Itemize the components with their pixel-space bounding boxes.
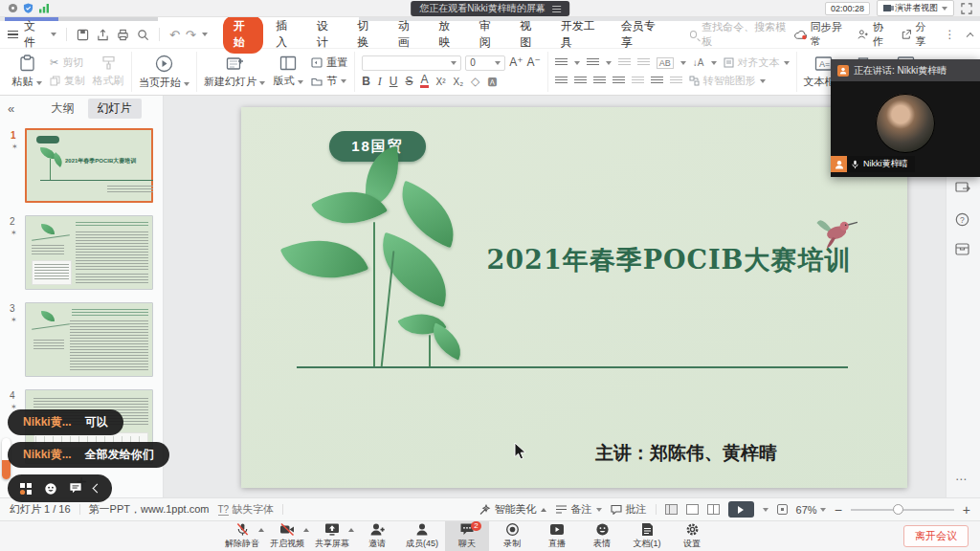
search-command-box[interactable]: 查找命令、搜索模板 [690,20,789,49]
apps-grid-icon[interactable] [19,482,33,496]
save-icon[interactable] [77,29,89,41]
speaker-video-area[interactable]: Nikki黄梓晴 [831,81,980,177]
justify-icon[interactable] [612,77,625,85]
align-text-button[interactable]: 对齐文本 [724,55,790,70]
collapse-ribbon-icon[interactable] [966,32,973,39]
more-menu-icon[interactable]: ⋮ [945,28,957,41]
screen-cast-icon[interactable] [955,182,970,195]
increase-indent-icon[interactable] [637,58,650,67]
unmute-button[interactable]: 解除静音 [220,521,264,551]
export-icon[interactable] [97,29,109,41]
settings-button[interactable]: 设置 [670,521,714,551]
tab-review[interactable]: 审阅 [469,15,510,54]
share-button[interactable]: 分享 [902,20,934,49]
reset-button[interactable]: 重置 [311,55,347,70]
tab-transition[interactable]: 切换 [346,15,388,54]
history-chevron-icon[interactable] [202,33,208,36]
font-name-combo[interactable] [362,55,461,71]
slideshow-play-button[interactable] [728,501,754,518]
notes-button[interactable]: 备注 [555,502,602,517]
clear-format-icon[interactable]: ◇ [471,75,479,88]
tab-slides[interactable]: 幻灯片 [88,99,142,119]
tab-member[interactable]: 会员专享 [611,15,671,54]
play-options-chevron-icon[interactable] [763,508,768,512]
section-button[interactable]: 节 [311,74,347,88]
bullet-list-icon[interactable] [555,58,568,67]
new-slide-button[interactable]: 新建幻灯片 [204,55,265,89]
tab-animation[interactable]: 动画 [388,15,429,54]
slide-sorter-icon[interactable] [686,504,699,515]
slide-thumbnail-1[interactable]: 1 ✶ 2021年春季POCIB大赛培训 [25,128,153,203]
paragraph-spacing-icon[interactable] [670,77,682,85]
play-current-button[interactable]: 当页开始 [139,55,189,90]
smart-graphic-button[interactable]: 转智能图形 [689,74,766,88]
collaborate-button[interactable]: 协作 [858,20,891,49]
beautify-button[interactable]: 智能美化 [479,502,546,517]
share-screen-button[interactable]: 共享屏幕 [310,521,354,551]
redo-icon[interactable]: ↷ [186,28,196,42]
tab-view[interactable]: 视图 [509,15,550,54]
zoom-slider[interactable] [851,509,954,511]
align-left-icon[interactable] [555,77,568,85]
tab-insert[interactable]: 插入 [265,15,306,54]
chat-button[interactable]: 聊天 2 [445,521,489,551]
fullscreen-toggle-icon[interactable] [961,3,972,14]
collapse-panel-icon[interactable]: « [8,101,14,116]
font-size-combo[interactable]: 0 [465,55,505,71]
superscript-button[interactable]: X² [436,77,446,87]
italic-button[interactable]: I [378,75,382,89]
strike-button[interactable]: S [405,75,412,88]
underline-button[interactable]: U [390,75,398,88]
format-painter-button[interactable]: 格式刷 [92,55,124,88]
live-button[interactable]: 直播 [535,521,579,551]
slide-thumbnail-2[interactable]: 2 ✶ [25,215,153,290]
tab-home[interactable]: 开始 [223,15,264,54]
help-icon[interactable]: ? [955,212,969,227]
zoom-out-button[interactable]: − [835,502,842,518]
start-video-button[interactable]: 开启视频 [265,521,309,551]
text-effect-icon[interactable]: 🅰 [487,76,497,88]
chat-message[interactable]: Nikki黄... 可以 [8,409,123,435]
tab-slideshow[interactable]: 放映 [428,15,469,54]
mic-options-icon[interactable] [258,528,264,532]
chat-message[interactable]: Nikki黄... 全部发给你们 [8,442,169,468]
cut-button[interactable]: ✂剪切 [50,55,85,70]
collapse-pill-icon[interactable] [93,484,102,494]
view-mode-button[interactable]: 演讲者视图 [877,0,954,16]
leave-meeting-button[interactable]: 离开会议 [903,525,969,547]
members-button[interactable]: 成员(45) [400,521,444,551]
text-direction-button[interactable]: AB [657,57,674,69]
paste-button[interactable]: 粘贴 [11,55,43,89]
font-grow-button[interactable]: A⁺ [509,55,523,71]
distribute-icon[interactable] [632,77,644,85]
align-right-icon[interactable] [593,77,606,85]
tab-devtools[interactable]: 开发工具 [550,15,611,54]
banner-menu-icon[interactable] [552,6,561,12]
fit-slide-icon[interactable] [777,504,788,515]
comment-button[interactable]: 批注 [611,502,647,517]
speaker-video-panel[interactable]: 正在讲话: Nikki黄梓晴 Nikki黄梓晴 [831,59,980,177]
emoji-quick-icon[interactable] [44,482,57,496]
font-color-button[interactable]: A [420,75,428,88]
layout-button[interactable]: 版式 [272,55,304,88]
line-height-icon[interactable] [651,77,663,85]
print-preview-icon[interactable] [137,29,149,41]
slide-speaker-line[interactable]: 主讲：郑陈伟、黄梓晴 [595,439,779,467]
align-center-icon[interactable] [574,77,587,85]
record-button[interactable]: 录制 [490,521,534,551]
zoom-in-button[interactable]: + [963,502,970,518]
decrease-indent-icon[interactable] [618,58,631,67]
reading-view-icon[interactable] [707,504,720,515]
subscript-button[interactable]: X₂ [454,77,464,87]
slide-thumbnail-3[interactable]: 3 ✶ [25,302,153,377]
font-shrink-button[interactable]: A⁻ [526,55,540,71]
share-options-icon[interactable] [348,528,354,532]
resource-box-icon[interactable] [955,243,969,255]
bold-button[interactable]: B [362,75,370,88]
docs-button[interactable]: 文档(1) [625,521,669,551]
number-list-icon[interactable] [587,58,599,67]
slide-canvas[interactable]: 18国贸 2021年春季POCIB大赛培训 主讲：郑陈伟、黄梓晴 日期： [164,96,946,497]
emoji-button[interactable]: 表情 [580,521,624,551]
undo-icon[interactable]: ↶ [169,28,180,42]
normal-view-icon[interactable] [665,504,678,515]
